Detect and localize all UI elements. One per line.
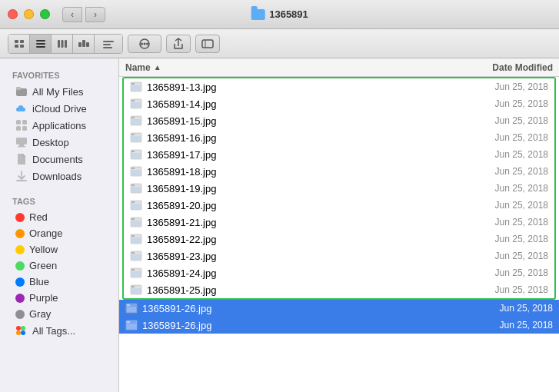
table-row[interactable]: 1365891-15.jpgJun 25, 2018	[124, 112, 554, 129]
file-date: Jun 25, 2018	[456, 251, 548, 261]
table-row[interactable]: 1365891-26.jpgJun 25, 2018	[119, 317, 559, 334]
table-row[interactable]: 1365891-17.jpgJun 25, 2018	[124, 146, 554, 163]
action-button[interactable]	[128, 35, 161, 53]
svg-rect-14	[103, 44, 111, 45]
cover-flow-button[interactable]	[73, 35, 95, 53]
orange-label: Orange	[29, 228, 62, 239]
sidebar-item-downloads[interactable]: Downloads	[3, 168, 115, 184]
sidebar-item-blue[interactable]: Blue	[3, 274, 115, 290]
table-row[interactable]: 1365891-14.jpgJun 25, 2018	[124, 95, 554, 112]
table-row[interactable]: 1365891-22.jpgJun 25, 2018	[124, 231, 554, 247]
desktop-icon	[15, 136, 28, 148]
svg-rect-24	[16, 120, 21, 125]
icon-view-button[interactable]	[8, 35, 30, 53]
file-date: Jun 25, 2018	[456, 234, 548, 244]
file-icon	[130, 267, 142, 278]
sidebar-item-applications[interactable]: Applications	[3, 117, 115, 134]
file-date: Jun 25, 2018	[456, 200, 548, 211]
column-headers: Name ▲ Date Modified	[119, 58, 559, 77]
column-view-button[interactable]	[52, 35, 73, 53]
share-button[interactable]	[166, 35, 191, 53]
svg-rect-62	[131, 218, 135, 220]
downloads-icon	[15, 170, 28, 182]
sidebar-item-purple[interactable]: Purple	[3, 290, 115, 306]
red-dot	[15, 213, 25, 222]
table-row[interactable]: 1365891-24.jpgJun 25, 2018	[124, 264, 554, 281]
sidebar-item-orange[interactable]: Orange	[3, 225, 115, 241]
sidebar-item-all-tags[interactable]: All Tags...	[3, 322, 115, 339]
window-controls	[8, 9, 50, 19]
table-row[interactable]: 1365891-18.jpgJun 25, 2018	[124, 163, 554, 180]
svg-rect-11	[82, 40, 85, 47]
svg-rect-77	[127, 304, 130, 306]
view-options-button[interactable]	[95, 35, 122, 53]
svg-point-17	[144, 42, 146, 45]
sidebar-item-red[interactable]: Red	[3, 209, 115, 225]
svg-rect-41	[131, 100, 135, 101]
gray-label: Gray	[29, 308, 51, 320]
svg-rect-20	[202, 40, 213, 48]
table-row[interactable]: 1365891-20.jpgJun 25, 2018	[124, 197, 554, 214]
file-name: 1365891-16.jpg	[147, 132, 456, 144]
applications-label: Applications	[32, 120, 86, 131]
file-list: Name ▲ Date Modified 1365891-13.jpgJun 2…	[119, 58, 559, 392]
svg-rect-9	[65, 40, 67, 48]
file-name: 1365891-21.jpg	[147, 217, 456, 228]
file-name: 1365891-17.jpg	[147, 149, 456, 161]
list-view-button[interactable]	[30, 35, 52, 53]
file-date: Jun 25, 2018	[456, 217, 548, 228]
table-row[interactable]: 1365891-26.jpgJun 25, 2018	[119, 300, 559, 317]
file-icon	[130, 81, 142, 92]
applications-icon	[15, 119, 28, 131]
back-button[interactable]: ‹	[62, 7, 82, 22]
svg-rect-64	[131, 238, 141, 243]
svg-rect-74	[131, 286, 135, 287]
close-button[interactable]	[8, 9, 18, 19]
svg-rect-15	[103, 47, 112, 48]
maximize-button[interactable]	[40, 9, 50, 19]
sidebar-item-all-my-files[interactable]: All My Files	[3, 83, 115, 100]
svg-point-32	[16, 326, 21, 331]
blue-dot	[15, 277, 25, 287]
name-column-header[interactable]: Name ▲	[125, 62, 461, 73]
sidebar-item-yellow[interactable]: Yellow	[3, 241, 115, 257]
file-name: 1365891-26.jpg	[142, 320, 461, 331]
green-label: Green	[29, 260, 57, 271]
sidebar-item-icloud-drive[interactable]: iCloud Drive	[3, 100, 115, 117]
green-dot	[15, 261, 25, 271]
svg-rect-44	[131, 117, 135, 118]
svg-rect-59	[131, 201, 135, 203]
table-row[interactable]: 1365891-19.jpgJun 25, 2018	[124, 180, 554, 197]
svg-rect-38	[131, 83, 135, 85]
file-date: Jun 25, 2018	[456, 81, 548, 92]
sidebar-item-documents[interactable]: Documents	[3, 151, 115, 168]
table-row[interactable]: 1365891-16.jpgJun 25, 2018	[124, 129, 554, 146]
purple-dot	[15, 294, 25, 303]
sidebar-item-green[interactable]: Green	[3, 257, 115, 274]
svg-rect-80	[127, 321, 130, 323]
file-date: Jun 25, 2018	[461, 320, 553, 331]
all-files-icon	[15, 85, 28, 98]
table-row[interactable]: 1365891-25.jpgJun 25, 2018	[124, 281, 554, 298]
svg-rect-7	[58, 40, 60, 48]
table-row[interactable]: 1365891-23.jpgJun 25, 2018	[124, 247, 554, 264]
file-date: Jun 25, 2018	[461, 303, 553, 314]
downloads-label: Downloads	[32, 171, 82, 182]
all-tags-icon	[15, 324, 28, 337]
file-name: 1365891-23.jpg	[147, 251, 456, 262]
sidebar-item-desktop[interactable]: Desktop	[3, 134, 115, 151]
svg-rect-47	[131, 134, 135, 135]
desktop-label: Desktop	[32, 137, 69, 148]
svg-rect-0	[15, 40, 18, 43]
table-row[interactable]: 1365891-21.jpgJun 25, 2018	[124, 214, 554, 231]
label-button[interactable]	[195, 35, 220, 53]
file-date: Jun 25, 2018	[456, 115, 548, 126]
table-row[interactable]: 1365891-13.jpgJun 25, 2018	[124, 78, 554, 95]
minimize-button[interactable]	[24, 9, 34, 19]
svg-rect-67	[131, 254, 141, 260]
file-date: Jun 25, 2018	[456, 149, 548, 160]
svg-rect-73	[131, 288, 141, 294]
date-column-header[interactable]: Date Modified	[461, 62, 553, 73]
sidebar-item-gray[interactable]: Gray	[3, 306, 115, 322]
forward-button[interactable]: ›	[85, 7, 105, 22]
